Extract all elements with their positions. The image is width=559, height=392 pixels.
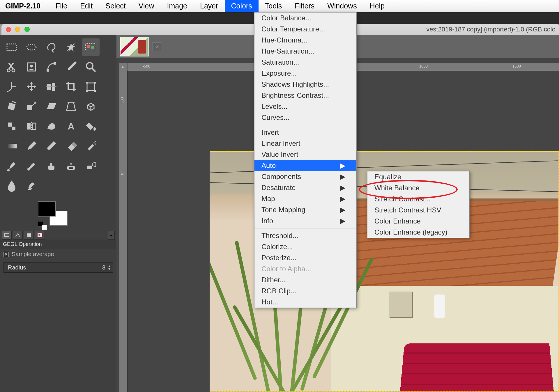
menu-tools[interactable]: Tools: [259, 0, 288, 12]
menu-item[interactable]: Dither...: [254, 274, 356, 285]
menu-item[interactable]: Invert: [254, 127, 356, 138]
menu-item[interactable]: Threshold...: [254, 230, 356, 241]
tool-airbrush[interactable]: [82, 137, 100, 155]
menu-item[interactable]: Color Balance...: [254, 13, 356, 24]
submenu-item[interactable]: White Balance: [367, 182, 469, 194]
menu-item-submenu[interactable]: Auto▶: [254, 160, 356, 171]
tool-handle-transform[interactable]: [3, 118, 20, 135]
window-zoom-button[interactable]: [24, 27, 30, 32]
tool-perspective[interactable]: [62, 98, 80, 115]
radius-field[interactable]: Radius 3 ▲▼: [3, 262, 113, 273]
tool-3d-transform[interactable]: [82, 98, 100, 115]
submenu-item[interactable]: Stretch Contrast...: [367, 194, 469, 205]
tool-ellipse-select[interactable]: [23, 38, 40, 56]
tool-zoom[interactable]: [82, 58, 100, 76]
menu-item[interactable]: Curves...: [254, 112, 356, 123]
tool-perspective-clone[interactable]: [82, 157, 100, 175]
tool-smudge[interactable]: [23, 177, 40, 194]
submenu-item[interactable]: Color Enhance: [367, 216, 469, 227]
menu-item-submenu[interactable]: Components▶: [254, 171, 356, 182]
sample-average-checkbox[interactable]: ✕: [3, 252, 9, 257]
tab-undo-history[interactable]: [24, 231, 34, 240]
menu-item-submenu[interactable]: Tone Mapping▶: [254, 204, 356, 215]
tool-rotate[interactable]: [3, 98, 20, 115]
tool-blur[interactable]: [3, 177, 20, 194]
menu-colors[interactable]: Colors: [225, 0, 259, 12]
menu-item[interactable]: Saturation...: [254, 57, 356, 68]
sample-average-option[interactable]: ✕ Sample average: [0, 249, 116, 259]
submenu-item[interactable]: Color Enhance (legacy): [367, 227, 469, 238]
tool-text[interactable]: A: [62, 118, 80, 135]
ruler-origin[interactable]: ▸: [119, 63, 128, 71]
menu-image[interactable]: Image: [161, 0, 194, 12]
menu-item[interactable]: Shadows-Highlights...: [254, 79, 356, 90]
tool-mypaint[interactable]: [23, 157, 40, 175]
close-tab-button[interactable]: ✕: [153, 42, 161, 51]
tab-menu-button[interactable]: ◂: [108, 231, 115, 240]
radius-stepper[interactable]: ▲▼: [108, 265, 111, 270]
menu-item[interactable]: Levels...: [254, 101, 356, 112]
tool-align[interactable]: [43, 78, 60, 95]
menu-item[interactable]: Hot...: [254, 297, 356, 308]
menu-item-submenu[interactable]: Desaturate▶: [254, 182, 356, 193]
tool-free-select[interactable]: [43, 38, 60, 56]
tool-color-picker[interactable]: [62, 58, 80, 76]
tool-ink[interactable]: [3, 157, 20, 175]
svg-rect-4: [87, 45, 90, 48]
menu-view[interactable]: View: [132, 0, 161, 12]
menu-item-submenu[interactable]: Info▶: [254, 215, 356, 226]
tool-rect-select[interactable]: [3, 38, 20, 56]
tool-fuzzy-select[interactable]: [62, 38, 80, 56]
tab-images[interactable]: [35, 231, 45, 240]
macos-menubar: GIMP-2.10 File Edit Select View Image La…: [0, 0, 559, 12]
menu-item[interactable]: Linear Invert: [254, 138, 356, 149]
menu-item[interactable]: Color Temperature...: [254, 24, 356, 35]
tool-heal[interactable]: [62, 157, 80, 175]
menu-item[interactable]: RGB Clip...: [254, 285, 356, 297]
tool-cage[interactable]: [43, 118, 60, 135]
window-close-button[interactable]: [6, 27, 11, 32]
tool-foreground-select[interactable]: [23, 58, 40, 76]
tool-measure[interactable]: [3, 78, 20, 95]
submenu-item[interactable]: Stretch Contrast HSV: [367, 205, 469, 216]
menu-windows[interactable]: Windows: [321, 0, 363, 12]
menu-item-submenu[interactable]: Map▶: [254, 193, 356, 204]
tool-unified-transform[interactable]: [82, 78, 100, 95]
tool-pencil[interactable]: [23, 137, 40, 155]
tool-scissors[interactable]: [3, 58, 20, 76]
tool-crop[interactable]: [62, 78, 80, 95]
menu-item[interactable]: Value Invert: [254, 149, 356, 160]
menu-item[interactable]: Posterize...: [254, 252, 356, 263]
image-tab[interactable]: ✕: [120, 37, 161, 56]
menu-help[interactable]: Help: [363, 0, 391, 12]
tool-gradient[interactable]: [3, 137, 20, 155]
tool-shear[interactable]: [43, 98, 60, 115]
tab-device-status[interactable]: [13, 231, 23, 240]
tool-eraser[interactable]: [62, 137, 80, 155]
menu-select[interactable]: Select: [99, 0, 132, 12]
menu-edit[interactable]: Edit: [74, 0, 99, 12]
menu-file[interactable]: File: [49, 0, 74, 12]
tool-by-color-select[interactable]: [82, 38, 100, 56]
menu-item[interactable]: Hue-Chroma...: [254, 35, 356, 46]
tool-flip[interactable]: [23, 118, 40, 135]
menu-item[interactable]: Colorize...: [254, 241, 356, 252]
tab-tool-options[interactable]: [2, 231, 12, 240]
menu-filters[interactable]: Filters: [288, 0, 321, 12]
foreground-color[interactable]: [38, 201, 56, 217]
tool-clone[interactable]: [43, 157, 60, 175]
menu-layer[interactable]: Layer: [194, 0, 225, 12]
submenu-item[interactable]: Equalize: [367, 171, 469, 182]
fg-bg-color-swatch[interactable]: [38, 201, 70, 228]
menu-item[interactable]: Exposure...: [254, 68, 356, 79]
tool-paths[interactable]: [43, 58, 60, 76]
menu-item[interactable]: Hue-Saturation...: [254, 46, 356, 57]
ruler-vertical[interactable]: 500 0: [119, 71, 128, 392]
menu-item[interactable]: Brightness-Contrast...: [254, 90, 356, 101]
swap-colors-icon[interactable]: [42, 225, 47, 230]
tool-scale[interactable]: [23, 98, 40, 115]
tool-paintbrush[interactable]: [43, 137, 60, 155]
tool-bucket-fill[interactable]: [82, 118, 100, 135]
tool-move[interactable]: [23, 78, 40, 95]
window-minimize-button[interactable]: [15, 27, 20, 32]
